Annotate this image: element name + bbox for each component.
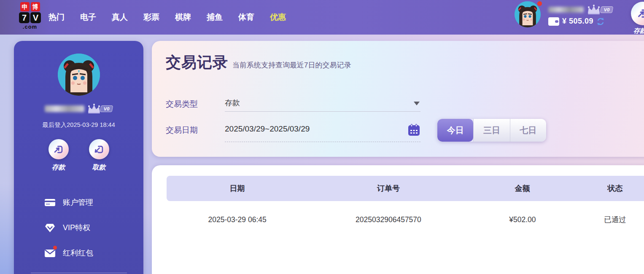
sidebar-vip-crown-icon — [86, 103, 102, 114]
sidebar-avatar-illustration — [58, 54, 100, 96]
logo-tile-2: 博 — [31, 2, 40, 11]
sidebar-actions: 存款 取款 — [14, 139, 143, 172]
main-nav: 热门 电子 真人 彩票 棋牌 捕鱼 体育 优惠 — [49, 0, 286, 35]
table-header-row: 日期 订单号 金额 状态 — [167, 176, 644, 201]
deposit-arrow-icon — [53, 144, 64, 155]
username-blurred — [548, 7, 584, 13]
sidebar-item-vip[interactable]: VIP特权 — [44, 215, 143, 240]
transaction-date-value: 2025/03/29~2025/03/29 — [225, 123, 420, 135]
cell-amount: ¥502.00 — [469, 215, 576, 224]
sidebar-item-label: 红利红包 — [63, 248, 93, 258]
sidebar-item-bonus[interactable]: 红利红包 — [44, 240, 143, 266]
logo-v: V — [30, 12, 41, 23]
wallet-icon — [548, 17, 559, 26]
quick-deposit-label: 存款 — [628, 27, 644, 35]
vip-crown-icon — [586, 4, 601, 15]
date-range-tabs: 今日 三日 七日 — [437, 119, 546, 142]
deposit-label: 存款 — [45, 163, 72, 172]
sidebar-item-label: 账户管理 — [63, 197, 93, 207]
vip-level-badge: V0 — [600, 6, 614, 13]
red-packet-envelope-icon — [44, 247, 56, 259]
bank-card-icon — [44, 197, 56, 208]
user-sidebar: V0 最后登入2025-03-29 18:44 存款 — [14, 41, 143, 274]
tab-seven-days[interactable]: 七日 — [510, 119, 546, 142]
deposit-arrow-icon — [636, 7, 644, 20]
site-logo[interactable]: 申 博 7 V .com — [15, 2, 45, 30]
page-subtitle: 当前系统支持查询最近7日的交易记录 — [232, 60, 351, 70]
tab-today[interactable]: 今日 — [437, 119, 473, 142]
avatar-illustration — [515, 1, 541, 27]
page-title: 交易记录 — [166, 52, 228, 73]
logo-7: 7 — [19, 12, 30, 23]
sidebar-menu: 账户管理 VIP特权 红利 — [14, 190, 143, 266]
last-login-text: 最后登入2025-03-29 18:44 — [14, 121, 143, 129]
cell-date: 2025-03-29 06:45 — [167, 215, 308, 224]
table-row: 2025-03-29 06:45 2025032906457570 ¥502.0… — [167, 207, 644, 232]
tab-three-days[interactable]: 三日 — [473, 119, 509, 142]
cell-status: 已通过 — [576, 215, 644, 225]
avatar[interactable] — [515, 1, 541, 27]
transaction-table-panel: 日期 订单号 金额 状态 2025-03-29 06:45 2025032906… — [152, 165, 644, 274]
avatar-notification-dot — [537, 1, 542, 6]
vip-gem-icon — [44, 222, 56, 234]
nav-item-slots[interactable]: 电子 — [80, 12, 96, 23]
nav-item-hot[interactable]: 热门 — [49, 12, 65, 23]
header-user-info: V0 ¥ 505.09 — [548, 5, 613, 26]
nav-item-fishing[interactable]: 捕鱼 — [207, 12, 223, 23]
withdraw-arrow-icon — [93, 144, 105, 155]
sidebar-avatar[interactable] — [58, 54, 100, 96]
page-background: V0 最后登入2025-03-29 18:44 存款 — [0, 35, 644, 274]
logo-com: .com — [15, 24, 45, 30]
top-header: 申 博 7 V .com 热门 电子 真人 彩票 棋牌 捕鱼 体育 优惠 — [0, 0, 644, 35]
transaction-type-select[interactable]: 存款 — [225, 97, 420, 112]
withdraw-button[interactable]: 取款 — [86, 139, 113, 172]
nav-item-live[interactable]: 真人 — [112, 12, 128, 23]
nav-item-sports[interactable]: 体育 — [238, 12, 254, 23]
sidebar-username-blurred — [45, 105, 84, 112]
sidebar-divider — [31, 273, 127, 273]
quick-deposit-button[interactable]: 存款 — [628, 2, 644, 35]
col-header-order: 订单号 — [308, 183, 469, 193]
balance-amount: ¥ 505.09 — [562, 17, 593, 26]
bonus-notification-dot — [53, 246, 57, 250]
col-header-date: 日期 — [167, 183, 308, 193]
chevron-down-icon — [414, 102, 420, 105]
nav-item-lottery[interactable]: 彩票 — [143, 12, 159, 23]
sidebar-item-account[interactable]: 账户管理 — [44, 190, 143, 215]
col-header-status: 状态 — [576, 183, 644, 193]
nav-item-cards[interactable]: 棋牌 — [175, 12, 191, 23]
withdraw-label: 取款 — [86, 163, 113, 172]
sidebar-user-row: V0 — [14, 103, 143, 114]
transaction-date-input[interactable]: 2025/03/29~2025/03/29 — [225, 123, 420, 142]
nav-item-promotions[interactable]: 优惠 — [270, 12, 286, 23]
calendar-icon[interactable] — [407, 124, 420, 137]
col-header-amount: 金额 — [469, 183, 576, 193]
deposit-button[interactable]: 存款 — [45, 139, 72, 172]
sidebar-vip-level-badge: V0 — [100, 105, 113, 112]
transaction-date-label: 交易日期 — [166, 125, 198, 136]
cell-order: 2025032906457570 — [308, 215, 469, 224]
logo-tile-1: 申 — [20, 2, 30, 11]
refresh-balance-icon[interactable] — [596, 17, 605, 26]
transaction-filter-panel: 交易记录 当前系统支持查询最近7日的交易记录 交易类型 存款 交易日期 2025… — [152, 41, 644, 157]
transaction-type-value: 存款 — [225, 97, 420, 109]
transaction-type-label: 交易类型 — [166, 99, 198, 110]
sidebar-item-label: VIP特权 — [63, 223, 90, 233]
